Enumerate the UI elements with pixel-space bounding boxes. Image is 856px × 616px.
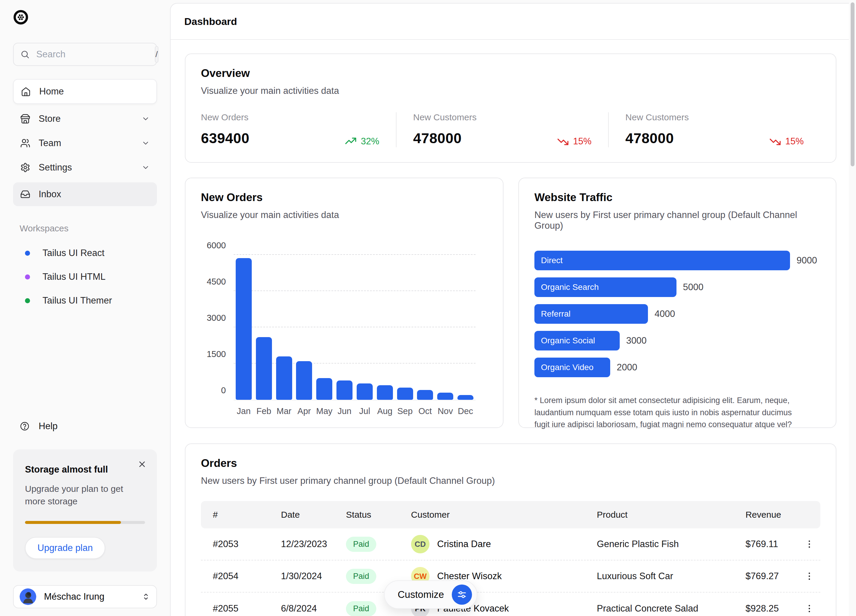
orders-table-body: #205312/23/2023PaidCDCristina DareGeneri… — [201, 528, 821, 616]
x-axis-label: Aug — [377, 406, 393, 416]
order-id: #2054 — [201, 571, 269, 582]
bar-slot: Sep — [395, 255, 415, 400]
sidebar-item-label: Store — [38, 114, 61, 124]
sidebar-item-help[interactable]: Help — [13, 417, 157, 436]
bar-Jul[interactable] — [357, 383, 373, 400]
traffic-bar-organic-video[interactable]: Organic Video — [534, 358, 610, 377]
order-revenue: $769.11 — [734, 539, 799, 550]
main-panel: Dashboard Overview Visualize your main a… — [170, 3, 849, 616]
close-icon[interactable] — [137, 459, 147, 469]
workspace-item[interactable]: Tailus UI HTML — [13, 265, 157, 289]
status-badge: Paid — [346, 569, 376, 584]
bar-slot: Jul — [354, 255, 375, 400]
bar-slot: Aug — [375, 255, 395, 400]
sidebar-nav: HomeStoreTeamSettingsInbox — [13, 79, 157, 207]
charts-row: New Orders Visualize your main activitie… — [185, 178, 836, 428]
order-date: 12/23/2023 — [269, 539, 334, 550]
bar-Mar[interactable] — [276, 356, 292, 400]
workspace-dot — [25, 298, 30, 303]
scrollbar[interactable] — [851, 2, 854, 166]
table-row[interactable]: #205312/23/2023PaidCDCristina DareGeneri… — [201, 528, 821, 561]
customize-label: Customize — [398, 589, 444, 600]
bar-Jun[interactable] — [336, 381, 353, 400]
bar-Apr[interactable] — [296, 361, 312, 400]
customer-name: Cristina Dare — [437, 539, 491, 550]
trend-up-icon — [345, 135, 357, 147]
storage-title: Storage almost full — [25, 464, 145, 475]
bar-slot: Mar — [274, 255, 294, 400]
workspace-item[interactable]: Tailus UI React — [13, 241, 157, 265]
order-id: #2055 — [201, 603, 269, 614]
orders-card: Orders New users by First user primary c… — [185, 444, 836, 616]
sidebar-item-store[interactable]: Store — [13, 107, 157, 131]
chevron-down-icon — [142, 139, 150, 147]
x-axis-label: Nov — [437, 406, 453, 416]
bar-slot: Apr — [294, 255, 314, 400]
upgrade-plan-button[interactable]: Upgrade plan — [25, 537, 105, 559]
sidebar: / HomeStoreTeamSettingsInbox Workspaces … — [0, 0, 170, 616]
bar-slot: Jun — [334, 255, 354, 400]
user-menu[interactable]: Méschac Irung — [13, 585, 157, 608]
y-axis-tick: 3000 — [206, 313, 226, 323]
customize-button[interactable]: Customize — [384, 581, 477, 609]
stat-value: 639400 — [201, 130, 249, 146]
home-icon — [21, 86, 31, 97]
chevron-down-icon — [142, 163, 150, 172]
row-actions-kebab-icon[interactable] — [804, 604, 814, 614]
customer-name: Chester Wisozk — [437, 571, 502, 582]
traffic-bar-organic-social[interactable]: Organic Social — [534, 331, 620, 350]
trend-down-icon — [769, 135, 781, 147]
column-header-revenue: Revenue — [734, 510, 799, 520]
traffic-bar-direct[interactable]: Direct — [534, 251, 790, 270]
table-row[interactable]: #20541/30/2024PaidCWChester WisozkLuxuri… — [201, 561, 821, 593]
orders-subtitle: New users by First user primary channel … — [201, 476, 821, 486]
bar-slot: Oct — [415, 255, 435, 400]
bar-Aug[interactable] — [377, 385, 393, 400]
bar-Sep[interactable] — [397, 388, 413, 400]
workspace-dot — [25, 275, 30, 280]
chevron-down-icon — [142, 115, 150, 123]
stat-delta-value: 15% — [785, 136, 804, 147]
bar-May[interactable] — [316, 378, 332, 400]
search-box[interactable]: / — [13, 43, 157, 66]
status-badge: Paid — [346, 537, 376, 552]
app-logo-icon[interactable] — [13, 9, 29, 25]
bar-Jan[interactable] — [236, 258, 252, 400]
x-axis-label: Apr — [297, 406, 311, 416]
bar-Nov[interactable] — [437, 393, 453, 400]
row-actions-kebab-icon[interactable] — [804, 571, 814, 581]
stat-cell: New Orders63940032% — [201, 112, 396, 147]
bar-Feb[interactable] — [256, 337, 272, 400]
column-header-customer: Customer — [399, 510, 585, 520]
storage-description: Upgrade your plan to get more storage — [25, 482, 131, 508]
row-actions-kebab-icon[interactable] — [804, 539, 814, 549]
new-orders-chart-subtitle: Visualize your main activities data — [201, 210, 488, 220]
workspaces-list: Tailus UI ReactTailus UI HTMLTailus UI T… — [13, 241, 157, 312]
sidebar-item-inbox[interactable]: Inbox — [13, 182, 157, 206]
sidebar-item-settings[interactable]: Settings — [13, 156, 157, 180]
traffic-bar-organic-search[interactable]: Organic Search — [534, 277, 676, 297]
bar-Dec[interactable] — [457, 395, 473, 400]
sliders-icon — [452, 585, 472, 605]
main-header: Dashboard — [171, 3, 849, 40]
traffic-bar-referral[interactable]: Referral — [534, 304, 648, 324]
traffic-bar-value: 2000 — [617, 362, 637, 373]
bar-Oct[interactable] — [417, 390, 433, 400]
bars-container: JanFebMarAprMayJunJulAugSepOctNovDec — [234, 255, 476, 400]
trend-down-icon — [557, 135, 569, 147]
stat-value: 478000 — [625, 130, 689, 146]
x-axis-label: Jun — [338, 406, 352, 416]
search-input[interactable] — [36, 49, 155, 60]
x-axis-label: Mar — [277, 406, 292, 416]
workspace-item[interactable]: Tailus UI Themer — [13, 289, 157, 312]
sidebar-item-team[interactable]: Team — [13, 131, 157, 155]
workspace-label: Tailus UI Themer — [43, 295, 112, 306]
stat-delta-value: 15% — [573, 136, 591, 147]
avatar: CD — [411, 535, 430, 553]
stat-label: New Orders — [201, 112, 249, 122]
sidebar-item-home[interactable]: Home — [13, 79, 157, 104]
workspace-label: Tailus UI HTML — [43, 272, 106, 282]
table-row[interactable]: #20556/8/2024PaidPKPaulette KovacekPract… — [201, 593, 821, 616]
y-axis-tick: 4500 — [206, 277, 226, 287]
chevrons-up-down-icon — [142, 592, 150, 601]
